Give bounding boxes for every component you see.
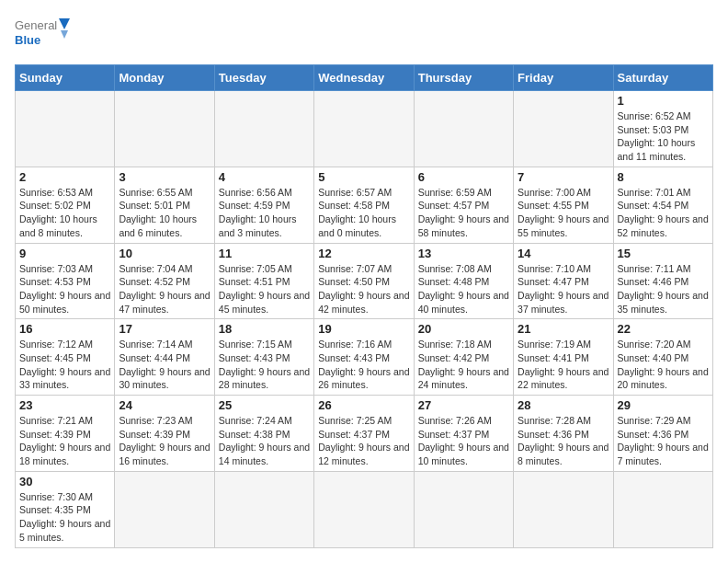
- calendar-cell: 14Sunrise: 7:10 AM Sunset: 4:47 PM Dayli…: [514, 243, 613, 319]
- day-info: Sunrise: 6:53 AM Sunset: 5:02 PM Dayligh…: [19, 186, 110, 240]
- svg-text:Blue: Blue: [15, 33, 40, 47]
- calendar-cell: 30Sunrise: 7:30 AM Sunset: 4:35 PM Dayli…: [16, 471, 115, 547]
- calendar-cell: 17Sunrise: 7:14 AM Sunset: 4:44 PM Dayli…: [115, 319, 214, 396]
- calendar-cell: [115, 91, 214, 167]
- calendar-cell: 21Sunrise: 7:19 AM Sunset: 4:41 PM Dayli…: [514, 319, 613, 396]
- day-info: Sunrise: 7:20 AM Sunset: 4:40 PM Dayligh…: [618, 338, 709, 392]
- day-info: Sunrise: 7:03 AM Sunset: 4:53 PM Dayligh…: [19, 262, 110, 316]
- calendar-cell: 22Sunrise: 7:20 AM Sunset: 4:40 PM Dayli…: [613, 319, 712, 396]
- week-row-3: 9Sunrise: 7:03 AM Sunset: 4:53 PM Daylig…: [16, 243, 713, 319]
- calendar-cell: 11Sunrise: 7:05 AM Sunset: 4:51 PM Dayli…: [214, 243, 313, 319]
- calendar-cell: 1Sunrise: 6:52 AM Sunset: 5:03 PM Daylig…: [613, 91, 712, 167]
- day-info: Sunrise: 7:24 AM Sunset: 4:38 PM Dayligh…: [219, 414, 310, 468]
- day-info: Sunrise: 6:52 AM Sunset: 5:03 PM Dayligh…: [618, 109, 709, 164]
- calendar-cell: 18Sunrise: 7:15 AM Sunset: 4:43 PM Dayli…: [214, 319, 313, 396]
- header: General Blue: [15, 15, 713, 55]
- day-number: 24: [119, 398, 210, 412]
- logo: General Blue: [15, 15, 70, 55]
- calendar-cell: 27Sunrise: 7:26 AM Sunset: 4:37 PM Dayli…: [414, 396, 513, 472]
- day-number: 6: [418, 170, 509, 184]
- day-number: 17: [119, 322, 210, 336]
- calendar-cell: 7Sunrise: 7:00 AM Sunset: 4:55 PM Daylig…: [514, 167, 613, 243]
- weekday-header-row: SundayMondayTuesdayWednesdayThursdayFrid…: [16, 65, 713, 91]
- day-info: Sunrise: 7:25 AM Sunset: 4:37 PM Dayligh…: [318, 414, 409, 468]
- day-info: Sunrise: 7:18 AM Sunset: 4:42 PM Dayligh…: [418, 338, 509, 392]
- day-number: 13: [418, 247, 509, 260]
- day-info: Sunrise: 7:12 AM Sunset: 4:45 PM Dayligh…: [19, 338, 110, 392]
- day-info: Sunrise: 7:26 AM Sunset: 4:37 PM Dayligh…: [418, 414, 509, 468]
- week-row-5: 23Sunrise: 7:21 AM Sunset: 4:39 PM Dayli…: [16, 396, 713, 472]
- day-info: Sunrise: 6:56 AM Sunset: 4:59 PM Dayligh…: [219, 186, 310, 240]
- day-info: Sunrise: 7:14 AM Sunset: 4:44 PM Dayligh…: [119, 338, 210, 392]
- day-number: 30: [19, 475, 110, 488]
- calendar-cell: [613, 471, 712, 547]
- day-number: 29: [618, 398, 709, 412]
- calendar-cell: [514, 91, 613, 167]
- day-info: Sunrise: 7:21 AM Sunset: 4:39 PM Dayligh…: [19, 414, 110, 468]
- day-info: Sunrise: 7:19 AM Sunset: 4:41 PM Dayligh…: [518, 338, 609, 392]
- day-info: Sunrise: 7:05 AM Sunset: 4:51 PM Dayligh…: [219, 262, 310, 316]
- calendar-cell: 23Sunrise: 7:21 AM Sunset: 4:39 PM Dayli…: [16, 396, 115, 472]
- day-number: 4: [219, 170, 310, 184]
- day-number: 9: [19, 247, 110, 260]
- day-number: 25: [219, 398, 310, 412]
- calendar-cell: [314, 471, 414, 547]
- day-number: 28: [518, 398, 609, 412]
- calendar-cell: 26Sunrise: 7:25 AM Sunset: 4:37 PM Dayli…: [314, 396, 414, 472]
- day-number: 10: [119, 247, 210, 260]
- day-number: 8: [618, 170, 709, 184]
- weekday-header-saturday: Saturday: [613, 65, 712, 91]
- day-number: 20: [418, 322, 509, 336]
- calendar-cell: 13Sunrise: 7:08 AM Sunset: 4:48 PM Dayli…: [414, 243, 513, 319]
- svg-marker-3: [61, 30, 68, 39]
- day-info: Sunrise: 7:28 AM Sunset: 4:36 PM Dayligh…: [518, 414, 609, 468]
- calendar-cell: 10Sunrise: 7:04 AM Sunset: 4:52 PM Dayli…: [115, 243, 214, 319]
- day-info: Sunrise: 7:15 AM Sunset: 4:43 PM Dayligh…: [219, 338, 310, 392]
- calendar-cell: 15Sunrise: 7:11 AM Sunset: 4:46 PM Dayli…: [613, 243, 712, 319]
- generalblue-logo: General Blue: [15, 15, 70, 55]
- calendar-cell: [16, 91, 115, 167]
- day-number: 22: [618, 322, 709, 336]
- calendar-cell: [414, 91, 513, 167]
- calendar-cell: [514, 471, 613, 547]
- day-number: 3: [119, 170, 210, 184]
- day-number: 19: [318, 322, 409, 336]
- calendar-cell: [414, 471, 513, 547]
- calendar-cell: 24Sunrise: 7:23 AM Sunset: 4:39 PM Dayli…: [115, 396, 214, 472]
- day-number: 11: [219, 247, 310, 260]
- day-number: 18: [219, 322, 310, 336]
- svg-marker-2: [59, 18, 70, 29]
- calendar-cell: [314, 91, 414, 167]
- day-info: Sunrise: 7:00 AM Sunset: 4:55 PM Dayligh…: [518, 186, 609, 240]
- weekday-header-friday: Friday: [514, 65, 613, 91]
- weekday-header-monday: Monday: [115, 65, 214, 91]
- calendar-cell: 3Sunrise: 6:55 AM Sunset: 5:01 PM Daylig…: [115, 167, 214, 243]
- day-info: Sunrise: 7:11 AM Sunset: 4:46 PM Dayligh…: [618, 262, 709, 316]
- day-number: 2: [19, 170, 110, 184]
- calendar-cell: 28Sunrise: 7:28 AM Sunset: 4:36 PM Dayli…: [514, 396, 613, 472]
- day-number: 12: [318, 247, 409, 260]
- calendar-cell: 8Sunrise: 7:01 AM Sunset: 4:54 PM Daylig…: [613, 167, 712, 243]
- day-number: 23: [19, 398, 110, 412]
- calendar-cell: [214, 471, 313, 547]
- day-number: 14: [518, 247, 609, 260]
- weekday-header-sunday: Sunday: [16, 65, 115, 91]
- calendar-cell: 5Sunrise: 6:57 AM Sunset: 4:58 PM Daylig…: [314, 167, 414, 243]
- calendar: SundayMondayTuesdayWednesdayThursdayFrid…: [15, 64, 713, 548]
- calendar-cell: 29Sunrise: 7:29 AM Sunset: 4:36 PM Dayli…: [613, 396, 712, 472]
- calendar-cell: 4Sunrise: 6:56 AM Sunset: 4:59 PM Daylig…: [214, 167, 313, 243]
- week-row-6: 30Sunrise: 7:30 AM Sunset: 4:35 PM Dayli…: [16, 471, 713, 547]
- weekday-header-thursday: Thursday: [414, 65, 513, 91]
- day-number: 21: [518, 322, 609, 336]
- calendar-cell: 19Sunrise: 7:16 AM Sunset: 4:43 PM Dayli…: [314, 319, 414, 396]
- calendar-cell: 16Sunrise: 7:12 AM Sunset: 4:45 PM Dayli…: [16, 319, 115, 396]
- day-info: Sunrise: 7:08 AM Sunset: 4:48 PM Dayligh…: [418, 262, 509, 316]
- day-info: Sunrise: 7:10 AM Sunset: 4:47 PM Dayligh…: [518, 262, 609, 316]
- week-row-4: 16Sunrise: 7:12 AM Sunset: 4:45 PM Dayli…: [16, 319, 713, 396]
- day-number: 5: [318, 170, 409, 184]
- weekday-header-tuesday: Tuesday: [214, 65, 313, 91]
- day-info: Sunrise: 7:16 AM Sunset: 4:43 PM Dayligh…: [318, 338, 409, 392]
- day-number: 15: [618, 247, 709, 260]
- day-number: 16: [19, 322, 110, 336]
- calendar-cell: 20Sunrise: 7:18 AM Sunset: 4:42 PM Dayli…: [414, 319, 513, 396]
